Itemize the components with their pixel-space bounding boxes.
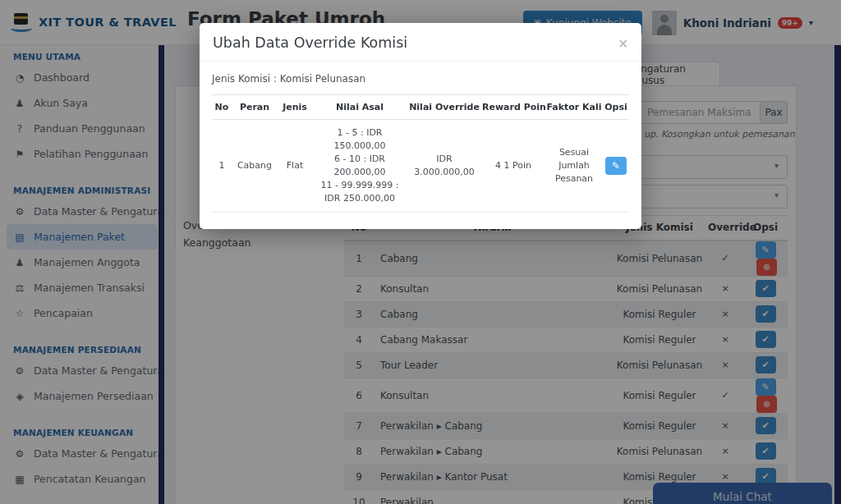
edit-button[interactable]: ✎ [605,157,627,175]
modal-table-header-row: No Peran Jenis Nilai Asal Nilai Override… [212,95,629,120]
modal-table: No Peran Jenis Nilai Asal Nilai Override… [212,94,629,213]
modal-header: Ubah Data Override Komisi × [200,23,641,62]
cell-nilai-asal: 1 - 5 : IDR 150.000,00 6 - 10 : IDR 200.… [312,120,407,213]
close-icon[interactable]: × [618,36,628,51]
pencil-icon: ✎ [612,160,620,172]
col-reward-poin: Reward Poin [481,95,545,120]
modal-title: Ubah Data Override Komisi [213,34,407,51]
cell-reward-poin: 4 1 Poin [481,120,545,213]
modal-body: Jenis Komisi : Komisi Pelunasan No Peran… [200,62,641,229]
cell-jenis: Flat [278,120,312,213]
cell-peran: Cabang [232,120,278,213]
override-komisi-modal: Ubah Data Override Komisi × Jenis Komisi… [200,23,641,229]
col-opsi: Opsi [603,95,629,120]
col-jenis: Jenis [278,95,312,120]
modal-table-row: 1 Cabang Flat 1 - 5 : IDR 150.000,00 6 -… [212,120,629,213]
col-no: No [212,95,232,120]
modal-subtitle: Jenis Komisi : Komisi Pelunasan [212,73,629,85]
cell-opsi: ✎ [603,120,629,213]
col-nilai-override: Nilai Override [407,95,481,120]
col-nilai-asal: Nilai Asal [312,95,407,120]
col-faktor-kali: Faktor Kali [545,95,603,120]
cell-no: 1 [212,120,232,213]
cell-faktor-kali: Sesuai Jumlah Pesanan [545,120,603,213]
col-peran: Peran [232,95,278,120]
cell-nilai-override: IDR 3.000.000,00 [407,120,481,213]
